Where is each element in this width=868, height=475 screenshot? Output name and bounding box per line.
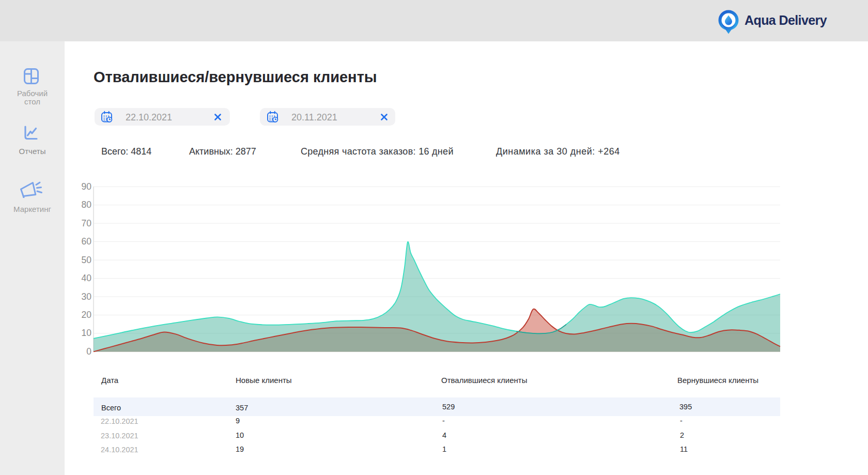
- svg-text:30: 30: [82, 292, 92, 302]
- svg-text:60: 60: [82, 236, 92, 247]
- svg-text:90: 90: [82, 181, 92, 192]
- svg-text:80: 80: [82, 200, 92, 210]
- svg-text:70: 70: [82, 218, 92, 228]
- svg-text:40: 40: [82, 273, 92, 283]
- svg-text:50: 50: [82, 255, 92, 265]
- svg-text:20: 20: [82, 310, 92, 320]
- svg-text:10: 10: [82, 328, 92, 338]
- svg-text:0: 0: [86, 346, 91, 357]
